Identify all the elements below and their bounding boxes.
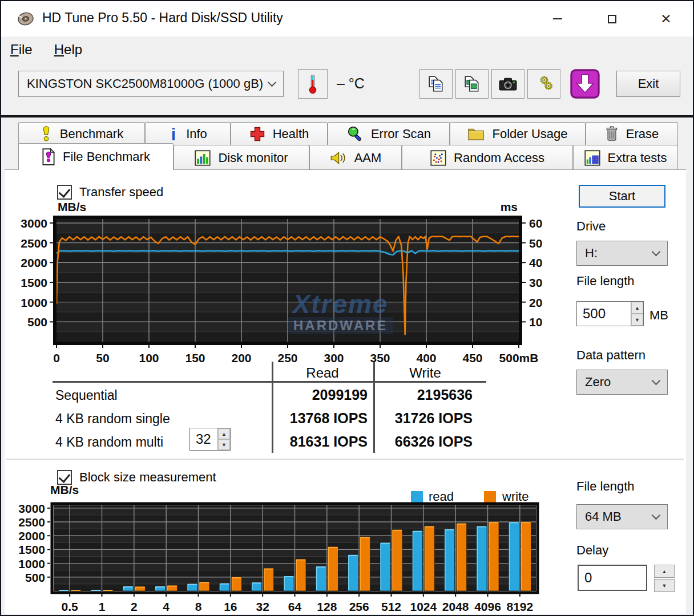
block-file-length-value: 64 MB [585, 509, 653, 524]
tab-health[interactable]: Health [231, 122, 328, 145]
queue-depth-value: 32 [190, 428, 217, 450]
minimize-button[interactable] [544, 8, 571, 30]
camera-icon [499, 76, 517, 91]
screenshot-button[interactable] [491, 69, 524, 99]
file-length-label: File length [576, 274, 635, 289]
tab-aam[interactable]: AAM [309, 145, 402, 170]
copy-text-icon [427, 75, 445, 92]
svg-text:1500: 1500 [21, 276, 47, 289]
tab-random-access[interactable]: Random Access [402, 145, 573, 170]
menu-help[interactable]: Help [54, 42, 82, 58]
tab-health-label: Health [273, 127, 309, 141]
app-disk-icon [16, 10, 35, 28]
svg-text:3000: 3000 [18, 502, 45, 515]
svg-text:250: 250 [277, 351, 297, 364]
svg-text:64: 64 [288, 600, 302, 613]
tab-random-access-label: Random Access [454, 151, 544, 165]
chevron-down-icon [652, 376, 661, 385]
tab-disk-monitor[interactable]: Disk monitor [174, 145, 309, 170]
file-benchmark-icon [42, 148, 55, 165]
svg-text:i: i [171, 126, 176, 142]
svg-text:60: 60 [529, 217, 542, 230]
menu-bar: File Help [1, 37, 693, 63]
benchmark-icon [40, 125, 53, 143]
copy-image-button[interactable] [455, 69, 489, 99]
extra-tests-icon [584, 150, 600, 166]
tab-folder-usage[interactable]: Folder Usage [450, 122, 586, 145]
tab-erase[interactable]: Erase [586, 122, 678, 145]
spin-up-icon[interactable]: ▲ [631, 302, 643, 314]
svg-text:200: 200 [231, 351, 251, 364]
svg-text:1024: 1024 [410, 600, 437, 613]
tab-benchmark[interactable]: Benchmark [18, 122, 145, 145]
svg-text:4096: 4096 [474, 600, 501, 613]
toolbar-divider [1, 115, 693, 117]
svg-text:50: 50 [96, 351, 109, 364]
results-header-rule [53, 381, 486, 383]
drive-combo-value: KINGSTON SKC2500M81000G (1000 gB) [27, 76, 269, 91]
spin-up-icon[interactable]: ▲ [218, 428, 230, 439]
magnifier-icon [346, 125, 364, 143]
tab-info[interactable]: i Info [145, 122, 231, 145]
delay-spin-down[interactable]: ▼ [654, 579, 675, 592]
svg-text:MB/s: MB/s [50, 486, 79, 496]
transfer-speed-checkbox[interactable]: Transfer speed [57, 185, 163, 200]
file-length-unit: MB [649, 308, 668, 323]
spin-down-icon[interactable]: ▼ [218, 439, 230, 450]
svg-text:8192: 8192 [506, 600, 533, 613]
options-button[interactable]: ⚙ ⚙ [527, 69, 560, 99]
tab-error-scan[interactable]: Error Scan [328, 122, 450, 145]
queue-depth-spinner[interactable]: 32 ▲ ▼ [189, 428, 231, 451]
section-divider [6, 459, 684, 460]
svg-text:1000: 1000 [18, 557, 45, 570]
tab-disk-monitor-label: Disk monitor [218, 151, 288, 165]
drive-dropdown[interactable]: H: [576, 241, 668, 266]
spin-down-icon[interactable]: ▼ [631, 314, 643, 326]
transfer-speed-chart: MB/sms5001000150020002500300010203040506… [18, 202, 566, 368]
svg-text:8: 8 [195, 600, 202, 613]
delay-spin-up[interactable]: ▲ [654, 565, 675, 578]
tab-aam-label: AAM [354, 151, 382, 165]
data-pattern-dropdown[interactable]: Zero [576, 370, 668, 395]
menu-file[interactable]: File [10, 42, 33, 58]
chevron-down-icon [652, 510, 661, 520]
block-file-length-dropdown[interactable]: 64 MB [576, 504, 668, 529]
results-write-header: Write [377, 365, 474, 381]
save-results-button[interactable] [568, 68, 602, 100]
title-bar: HD Tune Pro 5.50 - Hard Disk/SSD Utility… [1, 1, 693, 37]
svg-text:⚙: ⚙ [544, 80, 553, 92]
svg-text:2048: 2048 [442, 600, 469, 613]
svg-text:10: 10 [529, 315, 542, 329]
svg-text:2000: 2000 [18, 529, 45, 542]
disk-monitor-icon [195, 150, 211, 166]
delay-input[interactable]: 0 [578, 565, 647, 591]
exit-button[interactable]: Exit [616, 71, 680, 97]
tab-file-benchmark[interactable]: File Benchmark [18, 143, 174, 170]
start-button[interactable]: Start [579, 185, 665, 208]
block-size-checkbox[interactable]: Block size measurement [57, 470, 216, 485]
start-label: Start [609, 189, 635, 204]
close-button[interactable]: ✕ [653, 8, 679, 30]
file-length-spinner[interactable]: 500 ▲ ▼ [576, 301, 644, 326]
app-window: HD Tune Pro 5.50 - Hard Disk/SSD Utility… [0, 0, 694, 616]
random-access-icon [430, 150, 446, 166]
maximize-button[interactable] [599, 8, 625, 30]
tab-benchmark-label: Benchmark [60, 127, 123, 141]
sequential-write-value: 2195636 [358, 387, 473, 403]
file-length-value: 500 [577, 302, 631, 326]
svg-text:100: 100 [139, 351, 159, 364]
random-single-read-value: 13768 IOPS [253, 410, 368, 427]
temperature-button[interactable] [298, 69, 328, 99]
gears-icon: ⚙ ⚙ [535, 75, 553, 93]
tab-file-benchmark-label: File Benchmark [63, 149, 150, 164]
svg-text:32: 32 [256, 600, 269, 613]
svg-text:20: 20 [529, 296, 542, 309]
tab-extra-tests[interactable]: Extra tests [573, 145, 678, 170]
maximize-icon [608, 15, 616, 23]
drive-select-combo[interactable]: KINGSTON SKC2500M81000G (1000 gB) [18, 71, 284, 97]
close-icon: ✕ [660, 13, 671, 26]
svg-text:4: 4 [163, 600, 170, 613]
svg-text:0.5: 0.5 [62, 600, 79, 613]
copy-text-button[interactable] [419, 69, 453, 99]
svg-text:400: 400 [416, 351, 436, 364]
